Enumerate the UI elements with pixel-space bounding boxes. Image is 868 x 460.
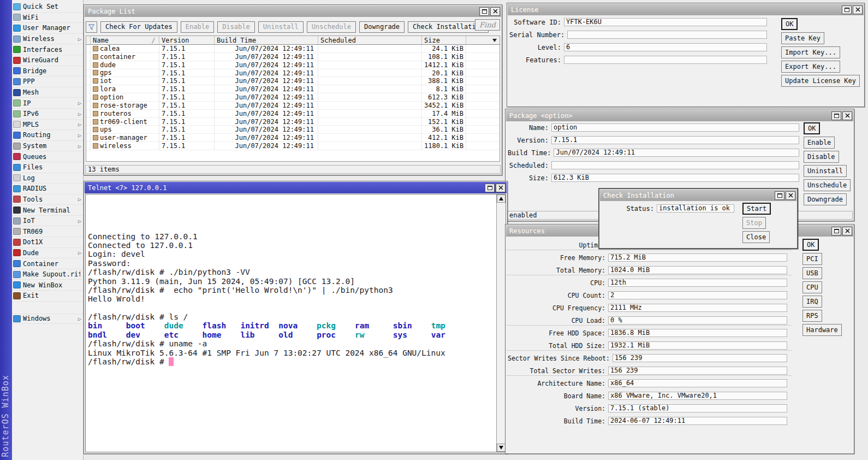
license-button[interactable]: Paste Key: [781, 32, 824, 44]
close-button[interactable]: [853, 5, 863, 14]
sidebar-item[interactable]: Windows ▷: [12, 314, 83, 325]
sidebar-item[interactable]: Bridge: [12, 66, 83, 77]
table-row[interactable]: user-manager 7.15.1 Jun/07/2024 12:49:11…: [86, 134, 500, 142]
telnet-titlebar[interactable]: Telnet <7> 127.0.0.1: [85, 182, 507, 193]
toolbar-button[interactable]: Check For Updates: [100, 21, 177, 33]
field-value[interactable]: Jun/07/2024 12:49:11: [554, 149, 799, 157]
package-option-titlebar[interactable]: Package <option>: [506, 110, 853, 121]
table-row[interactable]: rose-storage 7.15.1 Jun/07/2024 12:49:11…: [86, 102, 500, 110]
resources-button[interactable]: RPS: [802, 310, 822, 322]
package-option-button[interactable]: Disable: [804, 151, 839, 163]
close-button[interactable]: [842, 111, 852, 120]
table-row[interactable]: dude 7.15.1 Jun/07/2024 12:49:11 1412.1 …: [86, 61, 500, 69]
sidebar-item[interactable]: Files: [12, 162, 83, 173]
sidebar-item[interactable]: MPLS ▷: [12, 120, 83, 131]
close-button[interactable]: [496, 184, 506, 192]
sidebar-item[interactable]: New WinBox: [12, 280, 83, 291]
table-row[interactable]: gps 7.15.1 Jun/07/2024 12:49:11 20.1 KiB: [86, 69, 500, 78]
resources-button[interactable]: Hardware: [802, 324, 842, 336]
table-row[interactable]: iot 7.15.1 Jun/07/2024 12:49:11 388.1 Ki…: [86, 77, 500, 85]
status-value[interactable]: installation is ok: [657, 204, 734, 213]
resources-button[interactable]: CPU: [802, 281, 822, 293]
table-row[interactable]: lora 7.15.1 Jun/07/2024 12:49:11 8.1 KiB: [86, 85, 500, 93]
sidebar-item[interactable]: Exit: [12, 291, 83, 302]
field-value[interactable]: YFTK-EK6U: [564, 18, 767, 26]
sidebar-item[interactable]: Dude ▷: [12, 248, 83, 259]
field-value[interactable]: 2111 MHz: [608, 304, 787, 312]
table-row[interactable]: option 7.15.1 Jun/07/2024 12:49:11 612.3…: [86, 93, 500, 102]
sidebar-item[interactable]: Log: [12, 173, 83, 184]
sidebar-item[interactable]: WireGuard: [12, 55, 83, 66]
sidebar-item[interactable]: Tools ▷: [12, 194, 83, 205]
license-button[interactable]: Export Key...: [781, 61, 840, 73]
field-value[interactable]: 7.15.1: [551, 136, 799, 144]
field-value[interactable]: 1024.0 MiB: [608, 266, 787, 274]
sidebar-item[interactable]: Container: [12, 258, 83, 269]
toolbar-button[interactable]: Uninstall: [258, 21, 304, 33]
close-button[interactable]: [786, 191, 795, 200]
check-installation-titlebar[interactable]: Check Installation: [600, 190, 796, 201]
field-value[interactable]: 156 239: [608, 367, 787, 375]
close-button[interactable]: [490, 7, 500, 16]
toolbar-button[interactable]: Unschedule: [307, 21, 356, 33]
package-option-button[interactable]: Downgrade: [804, 193, 847, 205]
package-option-button[interactable]: OK: [804, 122, 820, 134]
terminal-scrollbar[interactable]: [496, 194, 506, 452]
toolbar-button[interactable]: Disable: [217, 21, 255, 33]
column-header-build-time[interactable]: Build Time: [215, 36, 318, 44]
resources-button[interactable]: USB: [802, 267, 822, 279]
resources-button[interactable]: OK: [802, 239, 819, 251]
table-row[interactable]: container 7.15.1 Jun/07/2024 12:49:11 10…: [86, 53, 500, 61]
sidebar-item[interactable]: Mesh: [12, 87, 83, 98]
sidebar-item[interactable]: IP ▷: [12, 98, 83, 109]
sidebar-item[interactable]: System ▷: [12, 141, 83, 152]
toolbar-button[interactable]: Enable: [181, 21, 214, 33]
field-value[interactable]: 7.15.1 (stable): [608, 404, 787, 412]
field-value[interactable]: [564, 56, 767, 64]
sidebar-item[interactable]: RADIUS: [12, 184, 83, 194]
maximize-button[interactable]: [479, 7, 489, 16]
sidebar-item[interactable]: IoT ▷: [12, 216, 83, 227]
table-row[interactable]: calea 7.15.1 Jun/07/2024 12:49:11 24.1 K…: [86, 45, 500, 53]
field-value[interactable]: 2024-06-07 12:49:11: [608, 417, 787, 425]
field-value[interactable]: 715.2 MiB: [608, 253, 787, 262]
maximize-button[interactable]: [831, 227, 841, 235]
column-header-version[interactable]: Version: [159, 36, 215, 44]
sidebar-item[interactable]: IPv6 ▷: [12, 109, 83, 120]
resources-button[interactable]: PCI: [802, 253, 822, 265]
column-select-button[interactable]: [490, 36, 500, 44]
field-value[interactable]: 156 239: [613, 354, 787, 362]
sidebar-item[interactable]: PPP: [12, 76, 83, 87]
field-value[interactable]: 1932.1 MiB: [608, 341, 787, 350]
maximize-button[interactable]: [831, 111, 841, 120]
column-header-size[interactable]: Size: [422, 36, 466, 44]
scroll-up-button[interactable]: [497, 194, 506, 203]
package-list-titlebar[interactable]: Package List: [85, 5, 501, 17]
toolbar-button[interactable]: Downgrade: [359, 21, 405, 33]
license-button[interactable]: Import Key...: [781, 46, 840, 58]
check-installation-button[interactable]: Close: [742, 231, 770, 243]
license-titlebar[interactable]: License: [508, 4, 864, 15]
close-button[interactable]: [842, 227, 852, 235]
sidebar-item[interactable]: New Terminal: [12, 205, 83, 216]
check-installation-button[interactable]: Start: [742, 203, 771, 215]
package-option-button[interactable]: Uninstall: [804, 165, 847, 177]
field-value[interactable]: 2: [608, 291, 787, 299]
package-option-button[interactable]: Unschedule: [804, 179, 851, 191]
field-value[interactable]: 6: [564, 43, 767, 51]
field-value[interactable]: x86 VMware, Inc. VMware20,1: [608, 392, 787, 400]
resources-button[interactable]: IRQ: [802, 296, 822, 308]
field-value[interactable]: [551, 161, 799, 169]
maximize-button[interactable]: [485, 184, 495, 192]
field-value[interactable]: 12th: [608, 279, 787, 287]
field-value[interactable]: 612.3 KiB: [551, 174, 799, 182]
field-value[interactable]: 0 %: [608, 316, 787, 325]
sidebar-item[interactable]: Wireless ▷: [12, 34, 83, 45]
maximize-button[interactable]: [842, 5, 852, 14]
check-installation-button[interactable]: Stop: [742, 217, 766, 229]
field-value[interactable]: 1836.8 MiB: [608, 329, 787, 337]
scroll-down-button[interactable]: [497, 444, 506, 452]
field-value[interactable]: option: [551, 123, 799, 132]
sidebar-item[interactable]: Quick Set: [12, 2, 83, 13]
sidebar-item[interactable]: Queues: [12, 151, 83, 162]
